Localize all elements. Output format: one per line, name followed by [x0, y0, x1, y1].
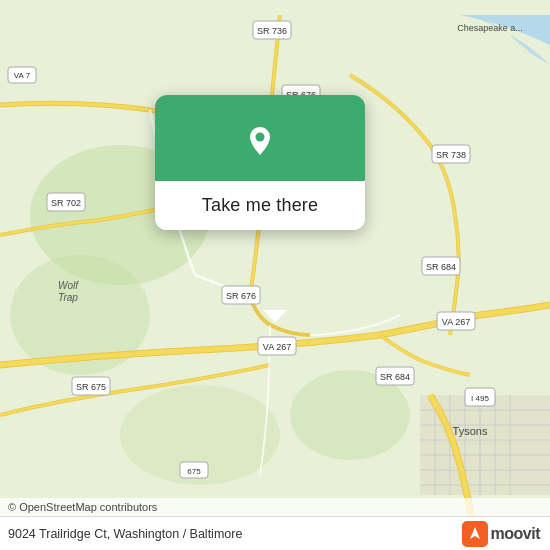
map-attribution: © OpenStreetMap contributors	[0, 498, 550, 516]
map-container: SR 736 VA 7 SR 676 SR 738 SR 702 SR 676 …	[0, 0, 550, 550]
svg-text:SR 736: SR 736	[257, 26, 287, 36]
svg-text:SR 684: SR 684	[380, 372, 410, 382]
svg-text:Wolf: Wolf	[58, 280, 79, 291]
attribution-text: © OpenStreetMap contributors	[8, 501, 157, 513]
svg-text:Chesapeake a...: Chesapeake a...	[457, 23, 523, 33]
svg-text:VA 7: VA 7	[14, 71, 31, 80]
svg-text:SR 738: SR 738	[436, 150, 466, 160]
address-label: 9024 Trailridge Ct, Washington / Baltimo…	[8, 527, 242, 541]
moovit-icon	[462, 521, 488, 547]
bottom-bar: 9024 Trailridge Ct, Washington / Baltimo…	[0, 516, 550, 550]
svg-text:VA 267: VA 267	[442, 317, 470, 327]
popup-footer[interactable]: Take me there	[155, 181, 365, 230]
svg-text:I 495: I 495	[471, 394, 489, 403]
svg-text:675: 675	[187, 467, 201, 476]
svg-text:SR 675: SR 675	[76, 382, 106, 392]
moovit-label: moovit	[491, 525, 540, 543]
svg-text:SR 702: SR 702	[51, 198, 81, 208]
popup-header	[155, 95, 365, 181]
popup-card: Take me there	[155, 95, 365, 230]
svg-text:VA 267: VA 267	[263, 342, 291, 352]
moovit-logo: moovit	[462, 521, 540, 547]
svg-text:SR 684: SR 684	[426, 262, 456, 272]
take-me-there-button[interactable]: Take me there	[202, 195, 318, 216]
svg-text:SR 676: SR 676	[226, 291, 256, 301]
location-pin-icon	[237, 117, 283, 163]
svg-text:Tysons: Tysons	[453, 425, 488, 437]
svg-point-50	[256, 133, 265, 142]
svg-text:Trap: Trap	[58, 292, 78, 303]
map-background: SR 736 VA 7 SR 676 SR 738 SR 702 SR 676 …	[0, 0, 550, 550]
